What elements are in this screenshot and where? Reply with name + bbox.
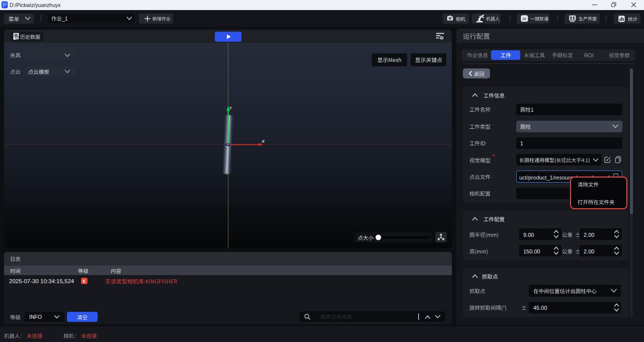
svg-text:Z: Z [226,143,229,148]
svg-text:Y: Y [229,106,232,111]
svg-text:X: X [261,139,265,144]
